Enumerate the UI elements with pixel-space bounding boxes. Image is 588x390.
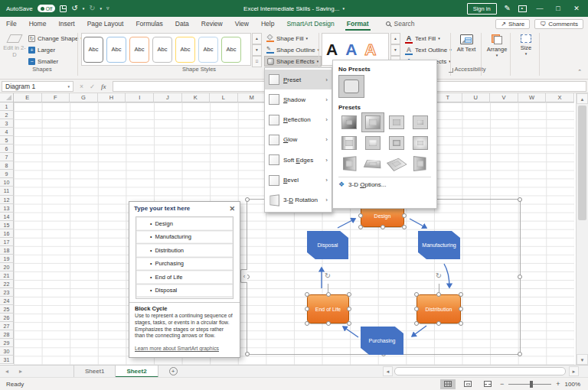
row-header-17[interactable]: 17 bbox=[0, 238, 14, 246]
row-header-8[interactable]: 8 bbox=[0, 161, 14, 170]
shape-style-option-6[interactable]: Abc bbox=[198, 37, 218, 63]
shape-effects-button[interactable]: Shape Effects▾ bbox=[264, 56, 322, 67]
shape-style-option-3[interactable]: Abc bbox=[129, 37, 149, 63]
row-header-4[interactable]: 4 bbox=[0, 128, 14, 136]
preset-option-4[interactable] bbox=[410, 113, 431, 132]
larger-button[interactable]: + Larger bbox=[26, 44, 57, 55]
row-header-30[interactable]: 30 bbox=[0, 347, 14, 356]
row-header-11[interactable]: 11 bbox=[0, 187, 14, 195]
minimize-button[interactable]: — bbox=[534, 5, 545, 12]
preset-option-10[interactable] bbox=[362, 154, 383, 173]
horizontal-scrollbar[interactable]: ◄ ► bbox=[383, 366, 579, 376]
maximize-button[interactable]: □ bbox=[553, 5, 564, 12]
wordart-style-black[interactable]: A bbox=[326, 41, 338, 59]
tab-home[interactable]: Home bbox=[23, 17, 53, 31]
row-header-6[interactable]: 6 bbox=[0, 145, 14, 153]
3d-options-item[interactable]: ❖ 3-D Options... bbox=[338, 177, 431, 188]
row-header-18[interactable]: 18 bbox=[0, 246, 14, 255]
gallery-more-icon[interactable]: ⍗ bbox=[252, 56, 262, 67]
close-button[interactable]: ✕ bbox=[571, 5, 582, 12]
text-pane-item[interactable]: •Design bbox=[136, 217, 233, 231]
column-header-V[interactable]: V bbox=[490, 93, 518, 102]
text-outline-button[interactable]: A Text Outline▾ bbox=[403, 44, 454, 55]
row-header-24[interactable]: 24 bbox=[0, 297, 14, 305]
undo-icon[interactable]: ↺ bbox=[71, 5, 77, 12]
shape-style-option-7[interactable]: Abc bbox=[221, 37, 241, 63]
tab-insert[interactable]: Insert bbox=[52, 17, 80, 31]
row-header-1[interactable]: 1 bbox=[0, 102, 14, 111]
arrange-button[interactable]: Arrange▾ bbox=[484, 32, 510, 73]
column-header-U[interactable]: U bbox=[462, 93, 491, 102]
scroll-right-icon[interactable]: ► bbox=[569, 366, 579, 376]
row-header-15[interactable]: 15 bbox=[0, 221, 14, 229]
rotate-handle-distribution[interactable]: ↻ bbox=[433, 271, 444, 281]
selection-handle[interactable] bbox=[518, 275, 522, 279]
row-header-29[interactable]: 29 bbox=[0, 339, 14, 347]
search-box[interactable]: Search bbox=[386, 20, 415, 28]
no-preset-option[interactable] bbox=[338, 75, 364, 98]
effects-menu-item-soft-edges[interactable]: Soft Edges› bbox=[265, 150, 332, 170]
change-shape-button[interactable]: ↻ Change Shape▾ bbox=[26, 33, 85, 44]
shape-style-option-5[interactable]: Abc bbox=[175, 37, 195, 63]
row-header-13[interactable]: 13 bbox=[0, 204, 14, 213]
row-header-27[interactable]: 27 bbox=[0, 322, 14, 330]
row-header-12[interactable]: 12 bbox=[0, 196, 14, 204]
comments-button[interactable]: 🗨Comments bbox=[534, 19, 583, 29]
redo-dropdown-icon[interactable]: ▾ bbox=[100, 6, 103, 11]
column-header-T[interactable]: T bbox=[434, 93, 462, 102]
preset-option-11[interactable] bbox=[387, 154, 407, 173]
smartart-node-end-of-life[interactable]: End of Life bbox=[307, 294, 349, 323]
text-pane-item[interactable]: •Disposal bbox=[136, 284, 233, 298]
column-header-I[interactable]: I bbox=[126, 93, 154, 102]
smartart-node-manufacturing[interactable]: Manufacturing bbox=[418, 231, 460, 259]
undo-dropdown-icon[interactable]: ▾ bbox=[83, 6, 85, 11]
row-header-16[interactable]: 16 bbox=[0, 229, 14, 238]
column-header-L[interactable]: L bbox=[210, 93, 238, 102]
shape-style-option-4[interactable]: Abc bbox=[152, 37, 172, 63]
selection-handle[interactable] bbox=[245, 197, 250, 202]
column-header-H[interactable]: H bbox=[98, 93, 126, 102]
selection-handle[interactable] bbox=[518, 352, 522, 356]
save-icon[interactable] bbox=[60, 5, 67, 12]
title-dropdown-icon[interactable]: ▾ bbox=[342, 6, 345, 11]
effects-menu-item-bevel[interactable]: Bevel› bbox=[265, 170, 332, 190]
wordart-scroll-up-icon[interactable]: ▴ bbox=[390, 33, 400, 44]
collapse-ribbon-icon[interactable]: ⌃ bbox=[577, 69, 582, 75]
column-header-W[interactable]: W bbox=[518, 93, 547, 102]
ink-pen-icon[interactable]: ✎ bbox=[505, 5, 511, 12]
sheet-nav-right-icon[interactable]: ▸ bbox=[14, 368, 28, 375]
row-header-2[interactable]: 2 bbox=[0, 111, 14, 119]
cancel-entry-icon[interactable]: × bbox=[80, 83, 83, 90]
zoom-in-icon[interactable]: + bbox=[556, 380, 560, 388]
tab-help[interactable]: Help bbox=[255, 17, 280, 31]
row-header-14[interactable]: 14 bbox=[0, 213, 14, 221]
column-header-X[interactable]: X bbox=[546, 93, 574, 102]
text-pane-item[interactable]: •Manufacturing bbox=[136, 231, 233, 245]
ribbon-display-options-icon[interactable] bbox=[518, 5, 527, 12]
column-header-E[interactable]: E bbox=[14, 93, 42, 102]
text-fill-button[interactable]: A Text Fill▾ bbox=[403, 33, 443, 44]
selection-handle[interactable] bbox=[518, 197, 522, 202]
scroll-down-icon[interactable]: ▼ bbox=[577, 354, 588, 365]
normal-view-button[interactable] bbox=[440, 379, 456, 389]
wordart-style-orange[interactable]: A bbox=[364, 41, 376, 59]
effects-menu-item-3-d-rotation[interactable]: 3-D Rotation› bbox=[265, 190, 332, 210]
row-header-23[interactable]: 23 bbox=[0, 288, 14, 297]
text-pane-item[interactable]: •End of Life bbox=[136, 271, 233, 284]
text-pane-close-icon[interactable]: ✕ bbox=[229, 205, 235, 213]
column-header-K[interactable]: K bbox=[182, 93, 211, 102]
row-header-26[interactable]: 26 bbox=[0, 314, 14, 322]
zoom-slider-thumb[interactable] bbox=[530, 381, 533, 388]
sign-in-button[interactable]: Sign in bbox=[467, 3, 497, 15]
preset-option-12[interactable] bbox=[410, 154, 431, 173]
share-button[interactable]: ↗Share bbox=[495, 19, 530, 29]
scroll-up-icon[interactable]: ▲ bbox=[577, 93, 588, 104]
shape-outline-button[interactable]: ✎ Shape Outline▾ bbox=[264, 44, 322, 55]
sheet-tab-sheet1[interactable]: Sheet1 bbox=[74, 366, 116, 378]
row-header-7[interactable]: 7 bbox=[0, 153, 14, 161]
redo-icon[interactable]: ↻ bbox=[89, 5, 95, 12]
row-header-20[interactable]: 20 bbox=[0, 263, 14, 271]
autosave-toggle[interactable]: Off bbox=[38, 5, 56, 12]
smartart-node-purchasing[interactable]: Purchasing bbox=[361, 327, 403, 355]
wordart-style-blue[interactable]: A bbox=[345, 41, 357, 59]
